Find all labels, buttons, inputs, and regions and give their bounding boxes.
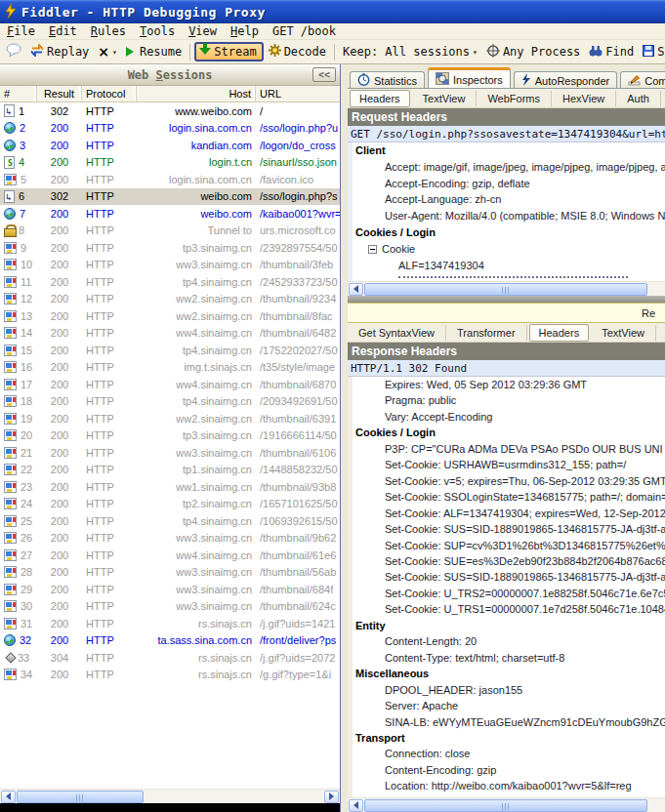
- session-row[interactable]: 3200HTTPkandian.com/logon/do_cross: [0, 137, 340, 154]
- session-row[interactable]: 29200HTTPww3.sinaimg.cn/thumbnail/684f: [0, 581, 340, 598]
- session-row[interactable]: 21200HTTPww3.sinaimg.cn/thumbnail/6106: [0, 444, 340, 462]
- find-button[interactable]: Find: [585, 43, 638, 61]
- header-item[interactable]: Set-Cookie: SUE=es%3De2eb90f23b884b2f206…: [353, 553, 665, 569]
- tab-textview[interactable]: TextView: [591, 325, 656, 341]
- session-row[interactable]: 33304HTTPrs.sinajs.cn/j.gif?uids=2072: [0, 649, 340, 667]
- keep-sessions-dropdown[interactable]: Keep: All sessions▾: [339, 43, 481, 61]
- session-row[interactable]: 11200HTTPtp4.sinaimg.cn/2452933723/50: [0, 273, 340, 291]
- header-item[interactable]: Content-Encoding: gzip: [353, 762, 665, 778]
- scroll-left-button[interactable]: [1, 791, 16, 803]
- session-row[interactable]: 18200HTTPtp4.sinaimg.cn/2093492691/50: [0, 393, 340, 411]
- session-row[interactable]: 1302HTTPwww.weibo.com/: [0, 102, 340, 120]
- session-row[interactable]: 20200HTTPtp3.sinaimg.cn/1916666114/50: [0, 427, 340, 445]
- request-horizontal-scrollbar[interactable]: [348, 281, 665, 296]
- save-button[interactable]: Save: [639, 43, 665, 61]
- header-item[interactable]: DPOOL_HEADER: jason155: [353, 682, 665, 698]
- scrollbar-track[interactable]: [17, 791, 323, 803]
- session-row[interactable]: 24200HTTPtp2.sinaimg.cn/1657101625/50: [0, 496, 340, 513]
- session-row[interactable]: 30200HTTPww3.sinaimg.cn/thumbnail/624c: [0, 598, 340, 616]
- tab-autoresponder[interactable]: AutoResponder: [514, 71, 617, 89]
- scroll-left-button[interactable]: [349, 283, 363, 296]
- menu-item-rules[interactable]: Rules: [84, 24, 133, 38]
- response-horizontal-scrollbar[interactable]: [348, 797, 665, 812]
- remove-sessions-button[interactable]: ×▾: [94, 44, 121, 60]
- response-notification-bar[interactable]: Re: [348, 303, 665, 323]
- column-header-host[interactable]: Host: [137, 86, 256, 102]
- header-item[interactable]: Server: Apache: [353, 698, 665, 713]
- quickexec-input[interactable]: [0, 803, 340, 812]
- header-item[interactable]: Set-Cookie: SSOLoginState=1346815775; pa…: [353, 489, 665, 505]
- session-row[interactable]: 4200HTTPlogin.t.cn/sinaurl/sso.json: [0, 154, 340, 172]
- session-row[interactable]: 15200HTTPtp4.sinaimg.cn/1752202027/50: [0, 342, 340, 359]
- session-row[interactable]: 6302HTTPweibo.com/sso/login.php?s: [0, 188, 340, 206]
- session-row[interactable]: 17200HTTPww4.sinaimg.cn/thumbnail/6870: [0, 376, 340, 393]
- tab-headers[interactable]: Headers: [350, 90, 410, 107]
- header-item[interactable]: Set-Cookie: SUS=SID-1889019865-134681577…: [353, 521, 665, 537]
- tab-headers[interactable]: Headers: [529, 324, 590, 342]
- scrollbar-track[interactable]: [364, 283, 665, 296]
- scrollbar-thumb[interactable]: [17, 791, 144, 803]
- header-item[interactable]: Expires: Wed, 05 Sep 2012 03:29:36 GMT: [353, 377, 665, 392]
- header-item[interactable]: Accept-Language: zh-cn: [353, 191, 665, 208]
- header-item[interactable]: Set-Cookie: v=5; expires=Thu, 06-Sep-201…: [353, 473, 665, 489]
- tab-transformer[interactable]: Transformer: [446, 325, 527, 341]
- session-row[interactable]: 7200HTTPweibo.com/kaibao001?wvr=: [0, 205, 340, 223]
- menu-item-file[interactable]: File: [0, 24, 42, 38]
- header-item[interactable]: Set-Cookie: SUS=SID-1889019865-134681577…: [353, 569, 665, 585]
- tab-comp[interactable]: Comp: [620, 71, 665, 89]
- header-item[interactable]: Set-Cookie: SUP=cv%3D1%26bt%3D1346815775…: [353, 538, 665, 553]
- header-item[interactable]: Set-Cookie: USRHAWB=usrmdins312_155; pat…: [353, 457, 665, 472]
- header-item[interactable]: SINA-LB: eWYyMTEuaGEueWZncm91cDEuYmoubG9…: [353, 714, 665, 730]
- session-row[interactable]: 13200HTTPww2.sinaimg.cn/thumbnail/8fac: [0, 307, 340, 325]
- tab-hexview[interactable]: HexView: [552, 91, 616, 106]
- session-row[interactable]: 9200HTTPtp3.sinaimg.cn/2392897554/50: [0, 239, 340, 257]
- session-row[interactable]: 2200HTTPlogin.sina.com.cn/sso/login.php?…: [0, 120, 340, 138]
- header-item[interactable]: Content-Length: 20: [353, 633, 665, 649]
- request-response-splitter[interactable]: [348, 296, 665, 303]
- collapse-toggle-icon[interactable]: [368, 245, 377, 254]
- header-item[interactable]: Content-Type: text/html; charset=utf-8: [353, 650, 665, 666]
- scrollbar-thumb[interactable]: [364, 799, 647, 812]
- menu-item-get-book[interactable]: GET /book: [266, 24, 343, 38]
- collapse-panel-button[interactable]: <<: [312, 67, 336, 82]
- menu-item-tools[interactable]: Tools: [133, 24, 182, 38]
- tab-statistics[interactable]: Statistics: [350, 71, 425, 89]
- header-item[interactable]: Connection: close: [353, 746, 665, 761]
- header-item[interactable]: Set-Cookie: ALF=1347419304; expires=Wed,…: [353, 506, 665, 521]
- header-item[interactable]: Location: http://weibo.com/kaibao001?wvr…: [353, 778, 665, 793]
- header-item[interactable]: Cookie: [353, 241, 665, 258]
- session-row[interactable]: 8200HTTPTunnel tours.microsoft.co: [0, 223, 340, 240]
- session-row[interactable]: 10200HTTPww3.sinaimg.cn/thumbnail/3feb: [0, 257, 340, 274]
- replay-button[interactable]: Replay: [26, 42, 93, 61]
- panel-splitter[interactable]: [341, 64, 348, 812]
- session-row[interactable]: 19200HTTPww2.sinaimg.cn/thumbnail/6391: [0, 410, 340, 427]
- resume-button[interactable]: Resume: [122, 43, 186, 61]
- tab-im[interactable]: Im: [656, 325, 665, 341]
- column-header-result[interactable]: Result: [37, 86, 82, 102]
- tab-auth[interactable]: Auth: [616, 91, 661, 106]
- tab-textview[interactable]: TextView: [412, 91, 478, 106]
- tab-get-syntaxview[interactable]: Get SyntaxView: [348, 325, 446, 341]
- session-row[interactable]: 14200HTTPww4.sinaimg.cn/thumbnail/6482: [0, 325, 340, 343]
- session-row[interactable]: 12200HTTPww2.sinaimg.cn/thumbnail/9234: [0, 291, 340, 308]
- any-process-button[interactable]: Any Process: [482, 42, 584, 62]
- menu-item-view[interactable]: View: [182, 24, 224, 38]
- header-item[interactable]: Vary: Accept-Encoding: [353, 409, 665, 425]
- column-header-url[interactable]: URL: [256, 86, 340, 102]
- session-row[interactable]: 25200HTTPtp4.sinaimg.cn/1069392615/50: [0, 512, 340, 530]
- menu-item-help[interactable]: Help: [224, 24, 266, 38]
- header-item[interactable]: P3P: CP="CURa ADMa DEVa PSAo PSDo OUR BU…: [353, 441, 665, 457]
- column-header-protocol[interactable]: Protocol: [82, 86, 137, 102]
- decode-button[interactable]: Decode: [265, 42, 330, 61]
- scroll-left-button[interactable]: [349, 799, 363, 812]
- header-item[interactable]: Set-Cookie: U_TRS1=00000007.1e7d258f.504…: [353, 601, 665, 617]
- stream-button[interactable]: Stream: [194, 42, 263, 61]
- session-row[interactable]: 32200HTTPta.sass.sina.com.cn/front/deliv…: [0, 632, 340, 650]
- column-header-num[interactable]: #: [0, 86, 37, 102]
- menu-item-edit[interactable]: Edit: [42, 24, 84, 38]
- session-row[interactable]: 34200HTTPrs.sinajs.cn/g.gif?type=1&i: [0, 667, 340, 684]
- scrollbar-thumb[interactable]: [364, 283, 647, 296]
- session-row[interactable]: 27200HTTPww4.sinaimg.cn/thumbnail/61e6: [0, 547, 340, 564]
- session-row[interactable]: 16200HTTPimg.t.sinajs.cn/t35/style/image: [0, 359, 340, 377]
- tab-inspectors[interactable]: Inspectors: [428, 67, 511, 89]
